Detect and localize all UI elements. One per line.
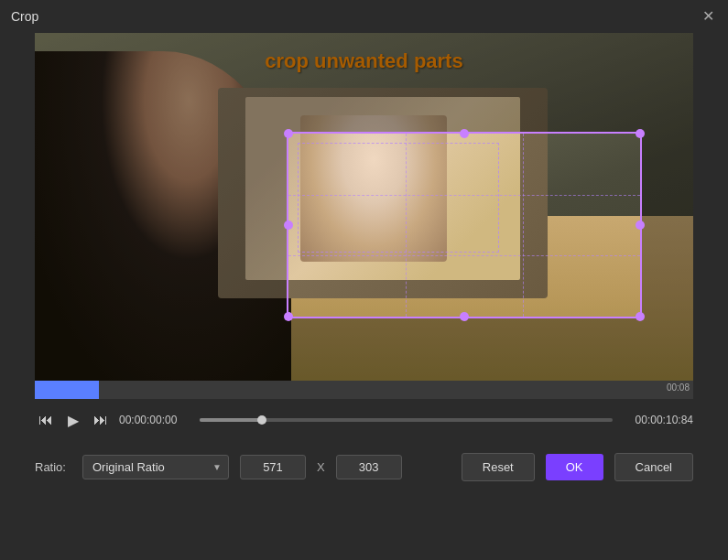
handle-bottom-left[interactable] — [284, 312, 293, 321]
play-button[interactable]: ▶ — [64, 410, 82, 431]
video-container: crop unwanted parts — [35, 33, 693, 381]
timeline-bar[interactable]: 00:08 — [35, 381, 693, 399]
ratio-label: Ratio: — [35, 460, 71, 474]
handle-top-middle[interactable] — [460, 129, 469, 138]
current-time-label: 00:00:00:00 — [119, 414, 192, 426]
handle-middle-left[interactable] — [284, 221, 293, 230]
title-bar: Crop ✕ — [0, 0, 728, 33]
width-input[interactable] — [240, 455, 306, 479]
handle-top-left[interactable] — [284, 129, 293, 138]
inner-selection — [298, 143, 499, 253]
handle-bottom-right[interactable] — [636, 312, 645, 321]
grid-line-v2 — [523, 134, 524, 317]
dialog-title: Crop — [11, 9, 38, 24]
progress-thumb[interactable] — [257, 415, 266, 425]
crop-overlay-text: crop unwanted parts — [265, 49, 462, 73]
reset-button[interactable]: Reset — [462, 453, 535, 481]
close-button[interactable]: ✕ — [699, 7, 717, 26]
ok-button[interactable]: OK — [546, 454, 603, 480]
bottom-row: Ratio: Original Ratio 16:9 4:3 1:1 9:16 … — [0, 441, 728, 492]
prev-frame-button[interactable]: ⏮ — [35, 410, 57, 430]
controls-row: ⏮ ▶ ⏭ 00:00:00:00 00:00:10:84 — [0, 399, 728, 441]
timeline-end-label: 00:08 — [667, 382, 690, 393]
height-input[interactable] — [336, 455, 402, 479]
ratio-select-wrapper[interactable]: Original Ratio 16:9 4:3 1:1 9:16 ▼ — [82, 455, 229, 479]
video-scene: crop unwanted parts — [35, 33, 693, 381]
crop-selection-box[interactable] — [287, 132, 642, 318]
timeline-area: 00:08 — [35, 381, 693, 399]
progress-fill — [200, 418, 262, 422]
handle-middle-right[interactable] — [636, 221, 645, 230]
total-time-label: 00:00:10:84 — [620, 414, 693, 426]
next-frame-button[interactable]: ⏭ — [90, 410, 112, 430]
grid-line-h2 — [288, 255, 640, 256]
progress-track[interactable] — [200, 418, 613, 422]
ratio-select[interactable]: Original Ratio 16:9 4:3 1:1 9:16 — [82, 455, 229, 479]
cancel-button[interactable]: Cancel — [614, 453, 693, 481]
handle-top-right[interactable] — [636, 129, 645, 138]
timeline-played — [35, 381, 99, 399]
x-separator-label: X — [317, 460, 325, 474]
handle-bottom-middle[interactable] — [460, 312, 469, 321]
